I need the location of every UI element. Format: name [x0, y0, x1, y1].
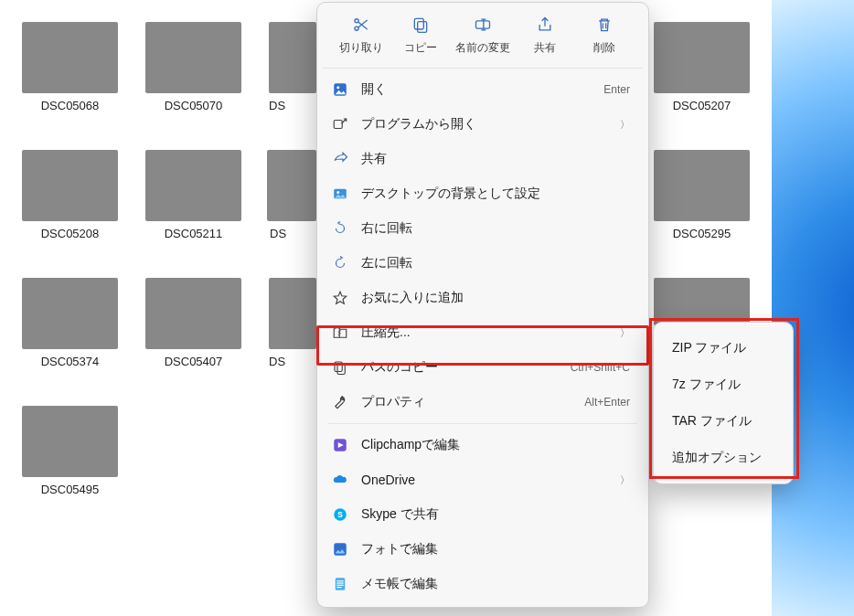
- menu-clipchamp-label: Clipchampで編集: [361, 437, 630, 453]
- thumbnail-label: DSC05211: [145, 227, 241, 240]
- menu-open-label: 開く: [361, 81, 591, 98]
- wrench-icon: [332, 394, 348, 410]
- thumbnail-label: DSC05407: [145, 355, 241, 368]
- menu-rotate-right[interactable]: 右に回転: [323, 211, 643, 246]
- menu-properties[interactable]: プロパティ Alt+Enter: [323, 385, 643, 420]
- menu-share[interactable]: 共有: [323, 142, 643, 176]
- thumbnail-image: [145, 22, 241, 93]
- menu-set-wallpaper[interactable]: デスクトップの背景として設定: [323, 176, 643, 211]
- thumbnail-label: DS: [264, 227, 319, 240]
- thumbnail-image: [267, 150, 316, 221]
- thumbnail-image: [145, 150, 241, 221]
- context-menu-topbar: 切り取り コピー 名前の変更 共有 削除: [323, 8, 643, 69]
- submenu-7z[interactable]: 7z ファイル: [659, 366, 787, 403]
- copy-label: コピー: [404, 41, 437, 55]
- thumbnail-image: [22, 150, 118, 221]
- menu-compress[interactable]: 圧縮先... 〉: [323, 315, 643, 350]
- picture-icon: [332, 186, 348, 202]
- delete-label: 削除: [593, 41, 615, 55]
- notepad-icon: [332, 576, 348, 592]
- menu-rotate-left[interactable]: 左に回転: [323, 246, 643, 281]
- thumbnail[interactable]: DS: [269, 278, 316, 368]
- rotate-right-icon: [332, 220, 348, 237]
- menu-onedrive[interactable]: OneDrive 〉: [323, 462, 643, 497]
- menu-onedrive-label: OneDrive: [361, 473, 607, 487]
- thumbnail[interactable]: DSC05068: [22, 22, 118, 112]
- svg-point-0: [355, 19, 358, 23]
- menu-notepad[interactable]: メモ帳で編集: [323, 567, 643, 601]
- skype-icon: S: [332, 506, 348, 523]
- thumbnail-selected[interactable]: DS: [264, 142, 319, 251]
- cut-label: 切り取り: [339, 41, 383, 55]
- thumbnail-label: DSC05070: [145, 99, 241, 112]
- svg-point-9: [336, 191, 339, 194]
- menu-properties-hint: Alt+Enter: [584, 396, 630, 409]
- folder-zip-icon: [332, 324, 348, 341]
- menu-add-favorite[interactable]: お気に入りに追加: [323, 281, 643, 315]
- menu-open[interactable]: 開く Enter: [323, 72, 643, 107]
- menu-photos[interactable]: フォトで編集: [323, 532, 643, 567]
- thumbnail[interactable]: DSC05208: [22, 150, 118, 240]
- menu-open-with[interactable]: プログラムから開く 〉: [323, 107, 643, 142]
- svg-rect-16: [336, 578, 346, 590]
- rename-button[interactable]: 名前の変更: [454, 12, 512, 58]
- svg-point-6: [336, 86, 339, 89]
- share-label: 共有: [534, 41, 556, 55]
- svg-text:S: S: [337, 511, 343, 519]
- chevron-right-icon: 〉: [620, 473, 630, 487]
- thumbnail-image: [654, 22, 750, 93]
- share-button[interactable]: 共有: [519, 12, 571, 58]
- thumbnail[interactable]: DSC05495: [22, 406, 118, 496]
- delete-button[interactable]: 削除: [579, 12, 630, 58]
- svg-rect-10: [335, 362, 342, 372]
- thumbnail-image: [145, 278, 241, 349]
- onedrive-icon: [332, 472, 348, 488]
- share-arrow-icon: [332, 151, 348, 167]
- cut-button[interactable]: 切り取り: [336, 12, 387, 58]
- menu-rotate-left-label: 左に回転: [361, 255, 630, 271]
- compress-submenu: ZIP ファイル 7z ファイル TAR ファイル 追加オプション: [653, 322, 794, 484]
- thumbnail[interactable]: DSC05070: [145, 22, 241, 112]
- thumbnail[interactable]: DSC05211: [145, 150, 241, 240]
- clipchamp-icon: [332, 437, 348, 453]
- open-with-icon: [332, 116, 348, 133]
- menu-clipchamp[interactable]: Clipchampで編集: [323, 428, 643, 462]
- copy-button[interactable]: コピー: [395, 12, 446, 58]
- menu-wallpaper-label: デスクトップの背景として設定: [361, 186, 630, 202]
- menu-notepad-label: メモ帳で編集: [361, 576, 630, 592]
- thumbnail[interactable]: DSC05374: [22, 278, 118, 368]
- thumbnail-image: [654, 150, 750, 221]
- thumbnail-label: DS: [269, 355, 316, 368]
- menu-skype-label: Skype で共有: [361, 506, 630, 523]
- thumbnail-image: [269, 278, 316, 349]
- menu-copy-path-hint: Ctrl+Shift+C: [571, 361, 630, 374]
- thumbnail[interactable]: DS: [269, 22, 316, 112]
- menu-copy-path[interactable]: パスのコピー Ctrl+Shift+C: [323, 350, 643, 385]
- desktop-wallpaper-edge: [772, 0, 854, 616]
- thumbnail-label: DSC05374: [22, 355, 118, 368]
- menu-compress-label: 圧縮先...: [361, 324, 607, 341]
- rename-icon: [474, 16, 492, 36]
- menu-separator: [328, 423, 637, 424]
- thumbnail[interactable]: DSC05407: [145, 278, 241, 368]
- thumbnail-image: [22, 278, 118, 349]
- thumbnail-image: [22, 406, 118, 477]
- thumbnail[interactable]: DSC05295: [654, 150, 750, 240]
- menu-properties-label: プロパティ: [361, 394, 571, 410]
- thumbnail[interactable]: DSC05207: [654, 22, 750, 112]
- submenu-7z-label: 7z ファイル: [672, 377, 774, 393]
- svg-rect-15: [334, 543, 347, 556]
- thumbnail[interactable]: [654, 278, 750, 325]
- svg-rect-18: [336, 583, 344, 584]
- svg-rect-19: [336, 585, 344, 586]
- submenu-zip[interactable]: ZIP ファイル: [659, 330, 787, 366]
- svg-rect-20: [336, 587, 341, 588]
- menu-skype[interactable]: S Skype で共有: [323, 497, 643, 532]
- submenu-tar-label: TAR ファイル: [672, 413, 774, 430]
- submenu-tar[interactable]: TAR ファイル: [659, 403, 787, 440]
- star-icon: [332, 290, 348, 306]
- menu-open-with-label: プログラムから開く: [361, 116, 607, 133]
- thumbnail-image: [22, 22, 118, 93]
- svg-rect-17: [336, 580, 344, 581]
- submenu-more-options[interactable]: 追加オプション: [659, 440, 787, 476]
